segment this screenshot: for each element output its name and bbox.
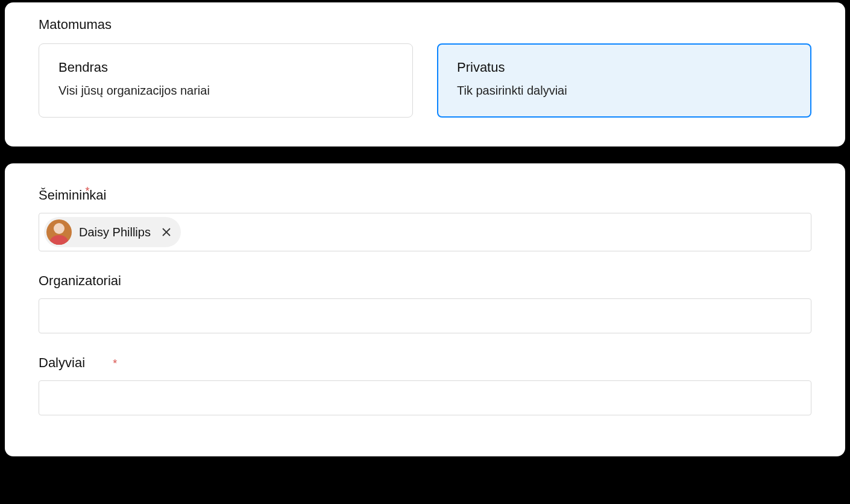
visibility-label: Matomumas bbox=[39, 17, 811, 33]
avatar bbox=[46, 219, 72, 245]
close-icon bbox=[162, 227, 171, 237]
hosts-label: Šeimininkai * bbox=[39, 187, 107, 203]
participants-label-text: Dalyviai bbox=[39, 355, 85, 370]
people-panel: Šeimininkai * Daisy Phillips Organizator… bbox=[5, 163, 845, 456]
hosts-label-text: Šeimininkai bbox=[39, 187, 107, 203]
participants-label: Dalyviai * bbox=[39, 355, 117, 371]
person-chip: Daisy Phillips bbox=[44, 217, 181, 247]
organizers-input[interactable] bbox=[39, 298, 811, 333]
person-chip-name: Daisy Phillips bbox=[79, 225, 151, 239]
visibility-panel: Matomumas Bendras Visi jūsų organizacijo… bbox=[5, 2, 845, 146]
visibility-option-shared-desc: Visi jūsų organizacijos nariai bbox=[58, 84, 393, 98]
visibility-options: Bendras Visi jūsų organizacijos nariai P… bbox=[39, 43, 811, 118]
visibility-option-shared[interactable]: Bendras Visi jūsų organizacijos nariai bbox=[39, 43, 413, 118]
visibility-option-private[interactable]: Privatus Tik pasirinkti dalyviai bbox=[437, 43, 811, 118]
organizers-label-text: Organizatoriai bbox=[39, 273, 121, 288]
participants-input[interactable] bbox=[39, 380, 811, 415]
organizers-field: Organizatoriai bbox=[39, 273, 811, 333]
visibility-option-private-title: Privatus bbox=[457, 60, 792, 75]
organizers-label: Organizatoriai bbox=[39, 273, 121, 289]
hosts-field: Šeimininkai * Daisy Phillips bbox=[39, 187, 811, 251]
required-asterisk-icon: * bbox=[85, 185, 89, 198]
visibility-option-shared-title: Bendras bbox=[58, 60, 393, 75]
hosts-input[interactable]: Daisy Phillips bbox=[39, 213, 811, 251]
visibility-option-private-desc: Tik pasirinkti dalyviai bbox=[457, 84, 792, 98]
required-asterisk-icon: * bbox=[113, 358, 117, 370]
participants-field: Dalyviai * bbox=[39, 355, 811, 415]
chip-remove-button[interactable] bbox=[160, 226, 172, 238]
